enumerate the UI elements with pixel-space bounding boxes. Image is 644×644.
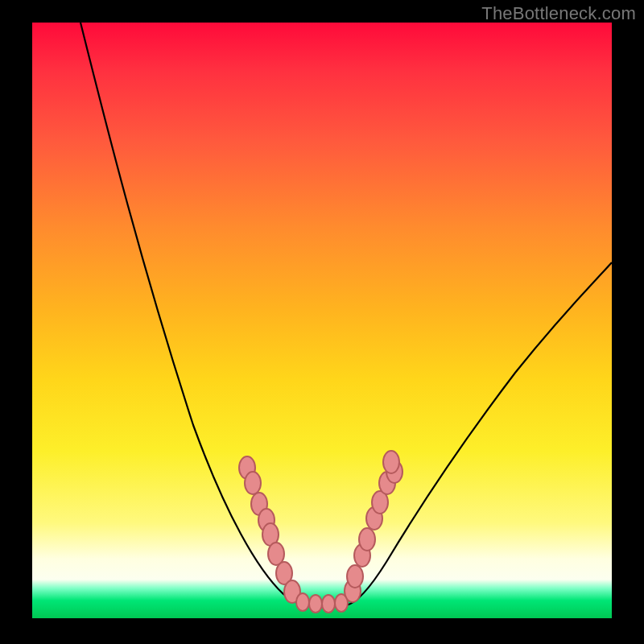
plot-area bbox=[32, 23, 612, 618]
right-curve bbox=[346, 262, 612, 605]
marker-right-9 bbox=[382, 450, 400, 474]
marker-right-4 bbox=[358, 527, 376, 551]
curves-svg bbox=[32, 23, 612, 618]
watermark-text: TheBottleneck.com bbox=[481, 3, 636, 24]
marker-right-2 bbox=[346, 564, 364, 588]
